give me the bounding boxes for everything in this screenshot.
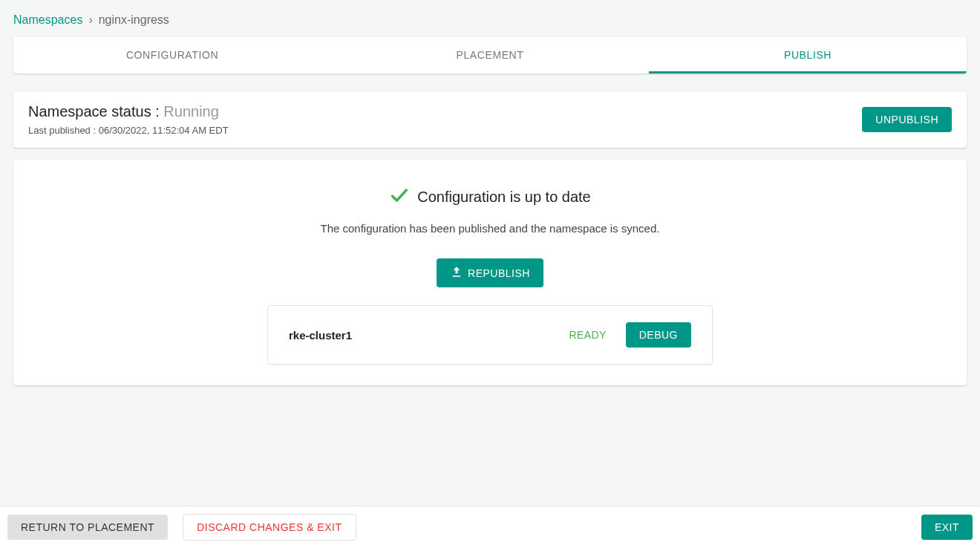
publish-main-card: Configuration is up to date The configur… — [13, 160, 967, 385]
republish-button[interactable]: REPUBLISH — [437, 258, 543, 287]
tab-publish[interactable]: PUBLISH — [649, 37, 967, 74]
debug-button[interactable]: DEBUG — [626, 322, 691, 348]
tab-configuration[interactable]: CONFIGURATION — [13, 37, 331, 74]
discard-changes-button[interactable]: DISCARD CHANGES & EXIT — [183, 514, 356, 541]
cluster-status: READY — [569, 329, 606, 341]
footer-bar: RETURN TO PLACEMENT DISCARD CHANGES & EX… — [0, 506, 980, 548]
breadcrumb: Namespaces › nginx-ingress — [13, 13, 967, 27]
config-headline: Configuration is up to date — [417, 189, 591, 206]
namespace-status-value: Running — [163, 103, 219, 120]
breadcrumb-current: nginx-ingress — [99, 13, 169, 27]
last-published-label: Last published : — [28, 125, 99, 136]
cluster-card: rke-cluster1 READY DEBUG — [267, 305, 713, 365]
last-published: Last published : 06/30/2022, 11:52:04 AM… — [28, 125, 229, 136]
config-subtext: The configuration has been published and… — [321, 222, 660, 235]
upload-icon — [450, 265, 463, 281]
tab-placement[interactable]: PLACEMENT — [331, 37, 649, 74]
tabs: CONFIGURATION PLACEMENT PUBLISH — [13, 37, 967, 74]
check-icon — [389, 185, 410, 209]
status-card: Namespace status : Running Last publishe… — [13, 91, 967, 148]
last-published-value: 06/30/2022, 11:52:04 AM EDT — [99, 125, 229, 136]
return-to-placement-button[interactable]: RETURN TO PLACEMENT — [7, 515, 168, 540]
cluster-name: rke-cluster1 — [289, 329, 352, 342]
unpublish-button[interactable]: UNPUBLISH — [862, 107, 952, 132]
breadcrumb-root-link[interactable]: Namespaces — [13, 13, 82, 27]
exit-button[interactable]: EXIT — [921, 515, 973, 540]
breadcrumb-separator: › — [88, 13, 92, 27]
namespace-status-label: Namespace status : — [28, 103, 163, 120]
republish-label: REPUBLISH — [468, 267, 530, 279]
namespace-status-title: Namespace status : Running — [28, 103, 229, 120]
